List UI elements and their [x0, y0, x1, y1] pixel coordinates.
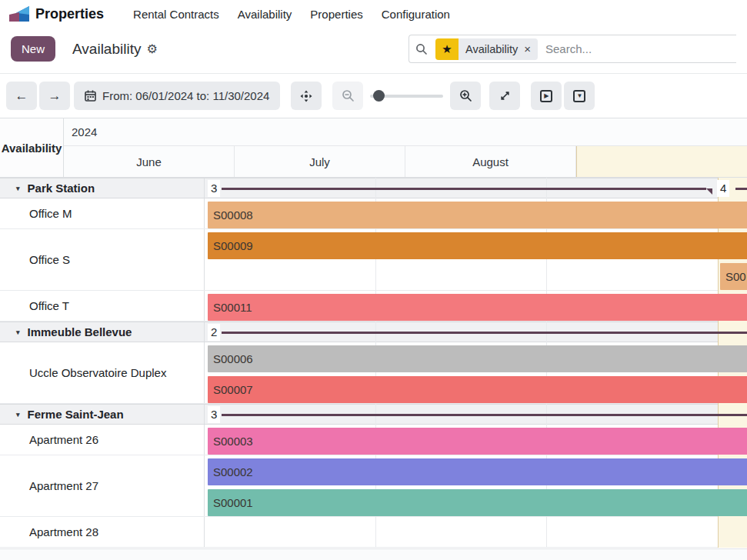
facet-label: Availability	[465, 43, 518, 55]
property-name: Office S	[29, 253, 70, 266]
property-name: Apartment 28	[29, 525, 98, 538]
item-row-header[interactable]: Apartment 28	[0, 517, 205, 547]
expand-rows-button[interactable]: ▶	[531, 82, 562, 110]
gantt-group-row: ▾Park Station34	[0, 178, 747, 198]
calendar-icon	[85, 90, 96, 102]
gantt-item-row: Apartment 26S00003	[0, 425, 747, 455]
group-row-header[interactable]: ▾Park Station	[0, 178, 205, 198]
next-period-button[interactable]: →	[39, 82, 70, 110]
gantt-footer	[0, 548, 747, 560]
date-range-button[interactable]: From: 06/01/2024 to: 11/30/2024	[74, 82, 280, 110]
zoom-in-icon	[459, 89, 472, 102]
group-count: 4	[717, 180, 729, 197]
control-panel: New Availability ⚙ ★ Availability ×	[0, 25, 747, 74]
property-name: Apartment 27	[29, 479, 98, 492]
group-aggregate-line	[222, 188, 706, 190]
item-row-header[interactable]: Office S	[0, 229, 205, 290]
zoom-slider[interactable]	[370, 82, 443, 110]
row-timeline[interactable]: S00003	[205, 425, 747, 455]
group-aggregate-line	[735, 188, 747, 190]
gantt-body: ▾Park Station34Office MS00008Office SS00…	[0, 178, 747, 548]
group-name: Ferme Saint-Jean	[28, 408, 124, 421]
group-row-header[interactable]: ▾Immeuble Bellevue	[0, 322, 205, 342]
item-row-header[interactable]: Office M	[0, 198, 205, 228]
gantt-bar[interactable]: S00007	[208, 376, 747, 403]
new-button[interactable]: New	[11, 36, 55, 62]
property-name: Office M	[29, 207, 72, 220]
collapse-caret-icon[interactable]: ▾	[16, 411, 20, 418]
row-timeline[interactable]: S00008	[205, 198, 747, 228]
zoom-out-button[interactable]	[332, 82, 363, 110]
gantt-bar[interactable]: S00001	[208, 489, 747, 516]
gantt-bar[interactable]: S00009	[208, 232, 747, 259]
row-timeline[interactable]: S00006S00007	[205, 342, 747, 403]
group-row-header[interactable]: ▾Ferme Saint-Jean	[0, 405, 205, 424]
top-navbar: Properties Rental Contracts Availability…	[0, 0, 747, 25]
gantt-bar-label: S00	[720, 270, 746, 283]
row-timeline[interactable]: 3	[205, 405, 747, 424]
month-header[interactable]: June	[64, 146, 235, 177]
row-timeline[interactable]: S00009S00	[205, 229, 747, 290]
collapse-caret-icon[interactable]: ▾	[16, 185, 20, 192]
month-header[interactable]: July	[235, 146, 405, 177]
search-bar[interactable]: ★ Availability ×	[409, 35, 736, 63]
search-facet: ★ Availability ×	[435, 38, 538, 60]
gantt-bar[interactable]: S00003	[208, 428, 747, 455]
gantt-item-row: Office SS00009S00	[0, 229, 747, 291]
gantt-item-row: Office TS00011	[0, 291, 747, 322]
month-header[interactable]: August	[405, 146, 576, 177]
zoom-in-button[interactable]	[450, 82, 481, 110]
prev-period-button[interactable]: ←	[6, 82, 37, 110]
nav-item-configuration[interactable]: Configuration	[382, 8, 450, 21]
gantt-group-row: ▾Immeuble Bellevue2	[0, 322, 747, 342]
gantt-bar[interactable]: S00008	[208, 202, 747, 228]
group-name: Immeuble Bellevue	[28, 325, 132, 338]
item-row-header[interactable]: Uccle Observatoire Duplex	[0, 342, 205, 403]
row-timeline[interactable]	[205, 517, 747, 547]
gantt-item-row: Uccle Observatoire DuplexS00006S00007	[0, 342, 747, 404]
nav-item-rental-contracts[interactable]: Rental Contracts	[133, 8, 219, 21]
search-input[interactable]	[545, 42, 730, 55]
row-timeline[interactable]: S00002S00001	[205, 455, 747, 516]
zoom-slider-knob[interactable]	[373, 90, 385, 102]
row-timeline[interactable]: S00011	[205, 291, 747, 321]
facet-remove-icon[interactable]: ×	[524, 42, 531, 55]
focus-today-button[interactable]	[291, 82, 322, 110]
zoom-out-icon	[342, 89, 355, 102]
property-name: Apartment 26	[29, 433, 98, 446]
expand-rows-icon: ▶	[540, 90, 552, 102]
favorite-star-icon[interactable]: ★	[435, 38, 459, 60]
group-count: 3	[208, 406, 220, 423]
collapse-caret-icon[interactable]: ▾	[16, 328, 20, 336]
group-name: Park Station	[28, 182, 95, 195]
gantt-toolbar: ← → From: 06/01/2024 to: 11/30/2024	[0, 74, 747, 118]
gantt-bar[interactable]: S00002	[208, 458, 747, 485]
gantt-item-row: Apartment 28	[0, 517, 747, 548]
item-row-header[interactable]: Office T	[0, 291, 205, 321]
item-row-header[interactable]: Apartment 26	[0, 425, 205, 455]
gantt-bar[interactable]: S00006	[208, 345, 747, 372]
properties-logo-icon[interactable]	[9, 6, 29, 22]
item-row-header[interactable]: Apartment 27	[0, 455, 205, 516]
gear-icon[interactable]: ⚙	[146, 42, 157, 56]
gantt-item-row: Office MS00008	[0, 198, 747, 229]
fullscreen-button[interactable]	[489, 82, 520, 110]
gantt-bar-label: S00002	[208, 465, 253, 478]
row-timeline[interactable]: 34	[205, 178, 747, 198]
property-name: Office T	[29, 299, 69, 312]
gantt-bar[interactable]: S00011	[208, 294, 747, 321]
collapse-rows-button[interactable]: ▼	[564, 82, 595, 110]
search-icon	[415, 43, 428, 55]
gantt-bar[interactable]: S00	[720, 263, 747, 290]
gantt-item-row: Apartment 27S00002S00001	[0, 455, 747, 517]
gantt-bar-label: S00007	[208, 383, 253, 396]
month-header-partial[interactable]	[576, 146, 747, 177]
months-row: JuneJulyAugust	[64, 146, 747, 178]
row-timeline[interactable]: 2	[205, 322, 747, 342]
nav-item-properties[interactable]: Properties	[310, 8, 362, 21]
expand-diagonal-icon	[499, 90, 511, 102]
app-title[interactable]: Properties	[35, 6, 104, 22]
nav-item-availability[interactable]: Availability	[238, 8, 292, 21]
property-name: Uccle Observatoire Duplex	[29, 366, 166, 379]
group-count: 3	[208, 180, 220, 197]
